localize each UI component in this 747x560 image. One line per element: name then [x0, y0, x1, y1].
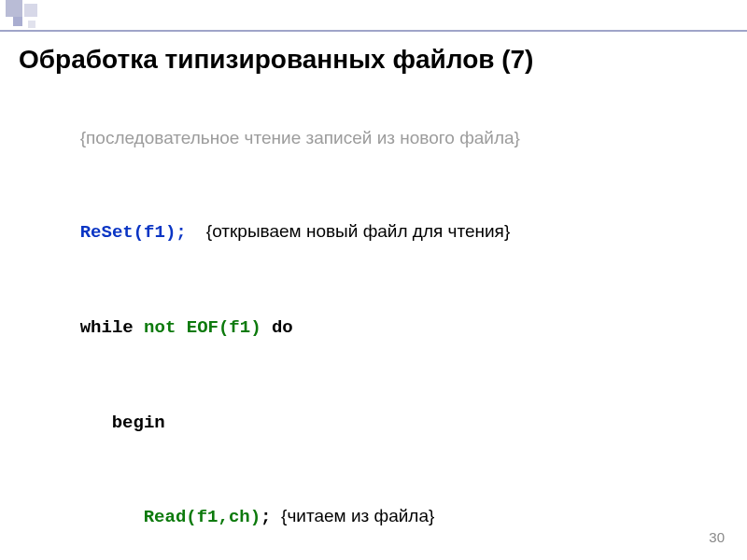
page-number: 30 — [709, 529, 725, 545]
slide-title: Обработка типизированных файлов (7) — [19, 45, 728, 75]
code-line: ReSet(f1); {открываем новый файл для чте… — [19, 185, 728, 280]
not-kw: not — [144, 317, 176, 338]
read-semi: ; — [261, 507, 271, 527]
reset-note: {открываем новый файл для чтения} — [206, 221, 510, 241]
code-line: begin — [19, 374, 728, 469]
read-note: {читаем из файла} — [281, 506, 434, 525]
slide-content: Обработка типизированных файлов (7) {пос… — [19, 45, 728, 532]
reset-call: ReSet(f1); — [80, 222, 187, 243]
eof-call: EOF(f1) — [176, 317, 261, 338]
comment-line: {последовательное чтение записей из ново… — [19, 91, 728, 185]
do-kw: do — [261, 317, 293, 338]
top-rule — [0, 30, 747, 32]
code-line: Read(f1,ch); {читаем из файла} — [19, 469, 728, 560]
while-kw: while — [80, 317, 144, 338]
corner-decoration — [0, 0, 65, 37]
code-listing: {последовательное чтение записей из ново… — [19, 91, 728, 560]
code-line: while not EOF(f1) do — [19, 280, 728, 375]
comment-text: {последовательное чтение записей из ново… — [80, 128, 520, 147]
read-call: Read(f1,ch) — [144, 507, 261, 527]
begin-kw: begin — [112, 413, 165, 433]
